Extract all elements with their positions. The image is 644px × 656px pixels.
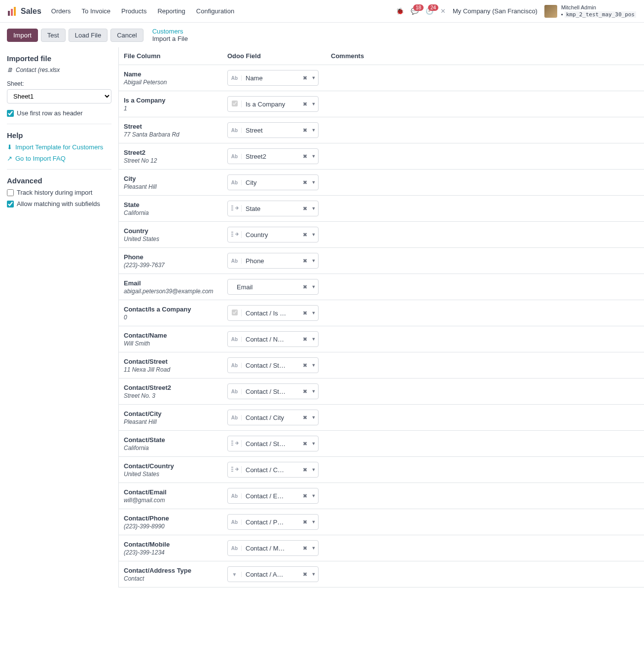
nav-to-invoice[interactable]: To Invoice	[82, 7, 111, 15]
clear-icon[interactable]: ✖	[300, 310, 309, 316]
clear-icon[interactable]: ✖	[300, 179, 309, 186]
file-icon: 🗎	[7, 67, 13, 73]
chevron-down-icon[interactable]: ▼	[309, 389, 318, 394]
clear-icon[interactable]: ✖	[300, 441, 309, 447]
test-button[interactable]: Test	[41, 29, 66, 42]
nav-orders[interactable]: Orders	[51, 7, 71, 15]
chevron-down-icon[interactable]: ▼	[309, 572, 318, 577]
field-selector[interactable]: Ab Contact / P… ✖ ▼	[227, 514, 319, 530]
clear-icon[interactable]: ✖	[300, 467, 309, 473]
import-faq-link[interactable]: ↗Go to Import FAQ	[7, 155, 111, 162]
field-selector[interactable]: Ab Street2 ✖ ▼	[227, 148, 319, 164]
nav-products[interactable]: Products	[121, 7, 146, 15]
column-sample: Street No 12	[124, 157, 227, 164]
field-selector[interactable]: Ab Name ✖ ▼	[227, 70, 319, 86]
field-value: Contact / N…	[242, 336, 300, 343]
company-selector[interactable]: My Company (San Francisco)	[453, 7, 537, 15]
user-menu[interactable]: Mitchell Admin ▪ kmp_2_test_may_30_pos	[544, 4, 636, 19]
chevron-down-icon[interactable]: ▼	[309, 493, 318, 498]
clear-icon[interactable]: ✖	[300, 336, 309, 343]
chevron-down-icon[interactable]: ▼	[309, 415, 318, 420]
column-title: State	[124, 201, 227, 208]
messages-count: 18	[413, 4, 424, 11]
field-selector[interactable]: Country ✖ ▼	[227, 227, 319, 242]
clear-icon[interactable]: ✖	[300, 493, 309, 499]
chevron-down-icon[interactable]: ▼	[309, 519, 318, 524]
field-value: Street2	[242, 153, 300, 160]
load-file-button[interactable]: Load File	[69, 29, 107, 42]
chevron-down-icon[interactable]: ▼	[309, 258, 318, 263]
breadcrumb-parent[interactable]: Customers	[152, 28, 183, 35]
import-button[interactable]: Import	[7, 29, 38, 42]
field-selector[interactable]: Ab Street ✖ ▼	[227, 122, 319, 138]
chevron-down-icon[interactable]: ▼	[309, 232, 318, 237]
brand-title[interactable]: Sales	[21, 7, 41, 16]
nav-reporting[interactable]: Reporting	[157, 7, 185, 15]
clear-icon[interactable]: ✖	[300, 127, 309, 134]
field-selector[interactable]: Contact / St… ✖ ▼	[227, 436, 319, 451]
clear-icon[interactable]: ✖	[300, 101, 309, 107]
field-selector[interactable]: Contact / C… ✖ ▼	[227, 462, 319, 478]
clear-icon[interactable]: ✖	[300, 232, 309, 238]
activities-icon[interactable]: 🕘24	[426, 7, 433, 15]
app-logo	[8, 7, 17, 16]
chevron-down-icon[interactable]: ▼	[309, 467, 318, 472]
clear-icon[interactable]: ✖	[300, 545, 309, 552]
column-sample: Will Smith	[124, 340, 227, 347]
field-selector[interactable]: Ab Contact / St… ✖ ▼	[227, 383, 319, 399]
import-template-link[interactable]: ⬇Import Template for Customers	[7, 143, 111, 151]
table-row: Contact/State California Contact / St… ✖…	[119, 431, 644, 457]
column-sample: Street No. 3	[124, 392, 227, 399]
clear-icon[interactable]: ✖	[300, 258, 309, 264]
field-selector[interactable]: Ab Contact / E… ✖ ▼	[227, 488, 319, 504]
field-selector[interactable]: Contact / Is … ✖ ▼	[227, 305, 319, 321]
chevron-down-icon[interactable]: ▼	[309, 180, 318, 185]
field-selector[interactable]: State ✖ ▼	[227, 201, 319, 216]
chevron-down-icon[interactable]: ▼	[309, 546, 318, 551]
field-value: Contact / Is …	[242, 310, 300, 317]
tools-icon[interactable]: ✕	[440, 7, 446, 15]
clear-icon[interactable]: ✖	[300, 206, 309, 212]
field-selector[interactable]: Ab Contact / City ✖ ▼	[227, 410, 319, 425]
chevron-down-icon[interactable]: ▼	[309, 128, 318, 133]
clear-icon[interactable]: ✖	[300, 153, 309, 160]
field-selector[interactable]: Is a Company ✖ ▼	[227, 96, 319, 112]
messages-icon[interactable]: 💬18	[411, 7, 419, 15]
clear-icon[interactable]: ✖	[300, 362, 309, 369]
user-name: Mitchell Admin	[561, 4, 636, 11]
table-row: Contact/Address Type Contact ▼ Contact /…	[119, 561, 644, 587]
clear-icon[interactable]: ✖	[300, 75, 309, 81]
field-selector[interactable]: Ab Phone ✖ ▼	[227, 253, 319, 269]
chevron-down-icon[interactable]: ▼	[309, 102, 318, 106]
chevron-down-icon[interactable]: ▼	[309, 284, 318, 289]
clear-icon[interactable]: ✖	[300, 284, 309, 290]
avatar	[544, 5, 557, 18]
field-selector[interactable]: Ab Contact / M… ✖ ▼	[227, 540, 319, 556]
chevron-down-icon[interactable]: ▼	[309, 441, 318, 446]
clear-icon[interactable]: ✖	[300, 388, 309, 395]
clear-icon[interactable]: ✖	[300, 414, 309, 421]
chevron-down-icon[interactable]: ▼	[309, 311, 318, 315]
chevron-down-icon[interactable]: ▼	[309, 75, 318, 80]
chevron-down-icon[interactable]: ▼	[309, 154, 318, 159]
field-selector[interactable]: Ab Contact / St… ✖ ▼	[227, 357, 319, 373]
chevron-down-icon[interactable]: ▼	[309, 337, 318, 342]
field-selector[interactable]: Ab City ✖ ▼	[227, 174, 319, 190]
column-sample: 77 Santa Barbara Rd	[124, 131, 227, 138]
first-row-checkbox[interactable]	[7, 110, 14, 117]
clear-icon[interactable]: ✖	[300, 571, 309, 578]
debug-icon[interactable]: 🐞	[396, 7, 404, 15]
column-title: Contact/Email	[124, 488, 227, 496]
track-history-checkbox[interactable]	[7, 189, 14, 196]
clear-icon[interactable]: ✖	[300, 519, 309, 525]
nav-configuration[interactable]: Configuration	[196, 7, 234, 15]
cancel-button[interactable]: Cancel	[110, 29, 143, 42]
chevron-down-icon[interactable]: ▼	[309, 363, 318, 368]
sheet-select[interactable]: Sheet1	[7, 89, 111, 104]
field-selector[interactable]: ▼ Contact / A… ✖ ▼	[227, 566, 319, 582]
field-selector[interactable]: Ab Contact / N… ✖ ▼	[227, 331, 319, 347]
chevron-down-icon[interactable]: ▼	[309, 206, 318, 211]
field-selector[interactable]: Email ✖ ▼	[227, 279, 319, 295]
column-sample: 1	[124, 105, 227, 112]
allow-subfields-checkbox[interactable]	[7, 201, 14, 207]
